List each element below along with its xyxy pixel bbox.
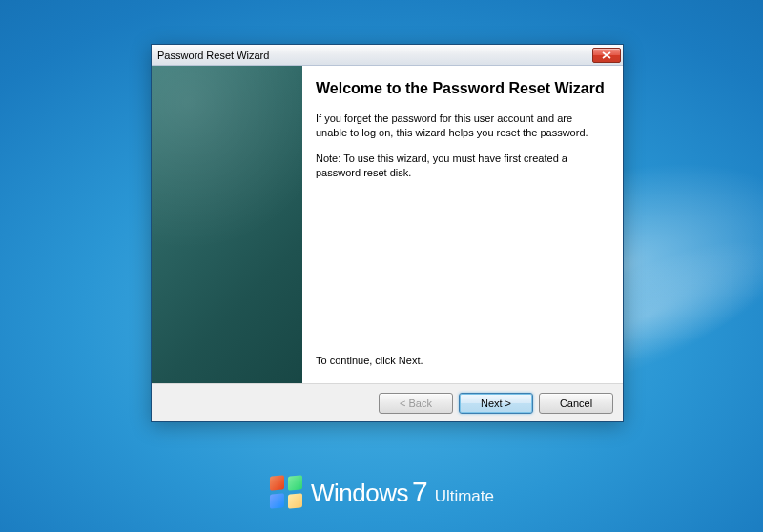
close-button[interactable] bbox=[592, 48, 621, 63]
wizard-content: Welcome to the Password Reset Wizard If … bbox=[302, 66, 623, 383]
titlebar[interactable]: Password Reset Wizard bbox=[152, 45, 623, 66]
wizard-heading: Welcome to the Password Reset Wizard bbox=[316, 79, 606, 98]
button-bar: < Back Next > Cancel bbox=[152, 383, 623, 421]
window-title: Password Reset Wizard bbox=[157, 50, 592, 61]
wizard-continue-hint: To continue, click Next. bbox=[316, 355, 606, 366]
brand-edition: Ultimate bbox=[435, 487, 494, 506]
cancel-button[interactable]: Cancel bbox=[539, 393, 613, 414]
dialog-body: Welcome to the Password Reset Wizard If … bbox=[152, 66, 623, 383]
windows-logo-icon bbox=[269, 475, 303, 509]
back-button: < Back bbox=[379, 393, 453, 414]
branding-text: Windows 7 Ultimate bbox=[311, 476, 494, 508]
wizard-description: If you forget the password for this user… bbox=[316, 112, 606, 140]
brand-version: 7 bbox=[412, 476, 428, 508]
wizard-note: Note: To use this wizard, you must have … bbox=[316, 152, 606, 180]
brand-product: Windows bbox=[311, 479, 408, 508]
wizard-sidebar-graphic bbox=[152, 66, 302, 383]
close-icon bbox=[602, 51, 611, 59]
next-button[interactable]: Next > bbox=[459, 393, 533, 414]
password-reset-wizard-dialog: Password Reset Wizard Welcome to the Pas… bbox=[151, 44, 624, 422]
windows-branding: Windows 7 Ultimate bbox=[269, 475, 494, 509]
